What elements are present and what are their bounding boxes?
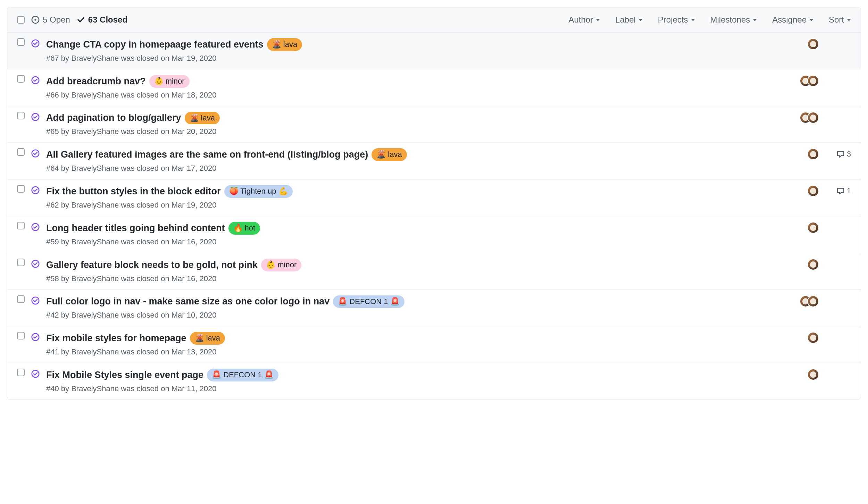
open-issue-icon [31, 15, 40, 24]
issue-main: Full color logo in nav - make same size … [46, 295, 786, 320]
open-tab[interactable]: 5 Open [31, 15, 70, 25]
issue-main: Change CTA copy in homepaage featured ev… [46, 38, 786, 63]
issue-title-link[interactable]: Long header titles going behind content [46, 223, 225, 234]
issue-meta: #40 by BravelyShane was closed on Mar 11… [46, 384, 786, 393]
issue-meta: #64 by BravelyShane was closed on Mar 17… [46, 164, 786, 173]
select-issue-checkbox[interactable] [17, 222, 25, 229]
filter-milestones[interactable]: Milestones [710, 15, 757, 25]
issue-title-link[interactable]: Fix the button styles in the block edito… [46, 186, 221, 197]
open-count: 5 Open [43, 15, 70, 25]
select-issue-checkbox[interactable] [17, 369, 25, 376]
issue-meta: #62 by BravelyShane was closed on Mar 19… [46, 201, 786, 210]
issue-row: Gallery feature block needs to be gold, … [7, 253, 861, 290]
issue-label-lava[interactable]: 🌋 lava [372, 148, 407, 161]
issue-meta: #65 by BravelyShane was closed on Mar 20… [46, 127, 786, 136]
issue-main: Long header titles going behind content🔥… [46, 222, 786, 246]
issue-main: Add pagination to blog/gallery🌋 lava#65 … [46, 112, 786, 136]
issue-row: Full color logo in nav - make same size … [7, 290, 861, 327]
issue-label-minor[interactable]: 👶 minor [149, 75, 190, 88]
header-left: 5 Open 63 Closed [17, 15, 127, 25]
issue-main: Fix mobile styles for homepage🌋 lava#41 … [46, 332, 786, 356]
assignees[interactable] [798, 222, 819, 234]
list-header: 5 Open 63 Closed AuthorLabelProjectsMile… [7, 7, 861, 33]
filter-label[interactable]: Label [615, 15, 643, 25]
assignees[interactable] [798, 75, 819, 87]
avatar[interactable] [807, 259, 819, 270]
svg-point-1 [34, 19, 36, 20]
issue-label-lava[interactable]: 🌋 lava [267, 38, 302, 51]
closed-count: 63 Closed [88, 15, 127, 25]
issue-main: Fix Mobile Styles single event page🚨 DEF… [46, 369, 786, 393]
select-issue-checkbox[interactable] [17, 38, 25, 46]
issue-row: Fix mobile styles for homepage🌋 lava#41 … [7, 326, 861, 363]
avatar[interactable] [807, 148, 819, 160]
issue-main: Add breadcrumb nav?👶 minor#66 by Bravely… [46, 75, 786, 100]
issue-title-link[interactable]: Fix mobile styles for homepage [46, 333, 186, 344]
issue-label-minor[interactable]: 👶 minor [261, 259, 301, 271]
select-issue-checkbox[interactable] [17, 148, 25, 156]
issue-row: Fix Mobile Styles single event page🚨 DEF… [7, 363, 861, 400]
select-issue-checkbox[interactable] [17, 185, 25, 193]
assignees[interactable] [798, 369, 819, 380]
issue-row: All Gallery featured images are the same… [7, 143, 861, 179]
issue-meta: #66 by BravelyShane was closed on Mar 18… [46, 91, 786, 100]
issue-label-hot[interactable]: 🔥 hot [228, 222, 260, 235]
issue-row: Add pagination to blog/gallery🌋 lava#65 … [7, 106, 861, 143]
issue-meta: #42 by BravelyShane was closed on Mar 10… [46, 311, 786, 320]
assignees[interactable] [798, 332, 819, 344]
issue-label-lava[interactable]: 🌋 lava [185, 112, 220, 125]
header-filters: AuthorLabelProjectsMilestonesAssigneeSor… [568, 15, 851, 25]
filter-projects[interactable]: Projects [658, 15, 695, 25]
assignees[interactable] [798, 259, 819, 270]
issue-list: 5 Open 63 Closed AuthorLabelProjectsMile… [7, 7, 861, 400]
filter-author[interactable]: Author [568, 15, 600, 25]
filter-sort[interactable]: Sort [829, 15, 851, 25]
issue-title-link[interactable]: Full color logo in nav - make same size … [46, 296, 329, 307]
issue-label-lava[interactable]: 🌋 lava [190, 332, 225, 345]
issue-label-defcon1[interactable]: 🚨 DEFCON 1 🚨 [333, 295, 404, 308]
avatar[interactable] [807, 222, 819, 234]
issue-meta: #58 by BravelyShane was closed on Mar 16… [46, 274, 786, 283]
issue-row: Fix the button styles in the block edito… [7, 179, 861, 216]
assignees[interactable] [798, 148, 819, 160]
assignees[interactable] [798, 185, 819, 197]
assignees[interactable] [798, 112, 819, 124]
issue-rows: Change CTA copy in homepaage featured ev… [7, 33, 861, 400]
check-icon [76, 15, 85, 24]
select-issue-checkbox[interactable] [17, 75, 25, 83]
comment-count[interactable]: 1 [833, 186, 851, 195]
issue-main: All Gallery featured images are the same… [46, 148, 786, 173]
avatar[interactable] [807, 112, 819, 124]
issue-title-link[interactable]: Gallery feature block needs to be gold, … [46, 260, 258, 270]
issue-meta: #67 by BravelyShane was closed on Mar 19… [46, 54, 786, 63]
avatar[interactable] [807, 38, 819, 50]
filter-assignee[interactable]: Assignee [772, 15, 813, 25]
issue-label-defcon1[interactable]: 🚨 DEFCON 1 🚨 [207, 369, 278, 381]
select-issue-checkbox[interactable] [17, 259, 25, 266]
avatar[interactable] [807, 185, 819, 197]
issue-title-link[interactable]: Add breadcrumb nav? [46, 76, 146, 87]
avatar[interactable] [807, 369, 819, 380]
issue-title-link[interactable]: Add pagination to blog/gallery [46, 112, 181, 123]
select-issue-checkbox[interactable] [17, 112, 25, 119]
avatar[interactable] [807, 295, 819, 307]
issue-main: Fix the button styles in the block edito… [46, 185, 786, 210]
select-issue-checkbox[interactable] [17, 295, 25, 303]
issue-title-link[interactable]: Fix Mobile Styles single event page [46, 370, 203, 380]
select-all-checkbox[interactable] [17, 16, 25, 24]
comment-count[interactable]: 3 [833, 150, 851, 159]
assignees[interactable] [798, 295, 819, 307]
issue-main: Gallery feature block needs to be gold, … [46, 259, 786, 283]
issue-title-link[interactable]: All Gallery featured images are the same… [46, 149, 368, 160]
issue-row: Long header titles going behind content🔥… [7, 216, 861, 253]
issue-label-tighten[interactable]: 🍑 Tighten up 💪 [224, 185, 293, 198]
select-issue-checkbox[interactable] [17, 332, 25, 339]
closed-tab[interactable]: 63 Closed [76, 15, 127, 25]
issue-row: Add breadcrumb nav?👶 minor#66 by Bravely… [7, 69, 861, 106]
avatar[interactable] [807, 75, 819, 87]
issue-row: Change CTA copy in homepaage featured ev… [7, 33, 861, 69]
issue-meta: #41 by BravelyShane was closed on Mar 13… [46, 347, 786, 356]
avatar[interactable] [807, 332, 819, 344]
assignees[interactable] [798, 38, 819, 50]
issue-title-link[interactable]: Change CTA copy in homepaage featured ev… [46, 39, 264, 50]
